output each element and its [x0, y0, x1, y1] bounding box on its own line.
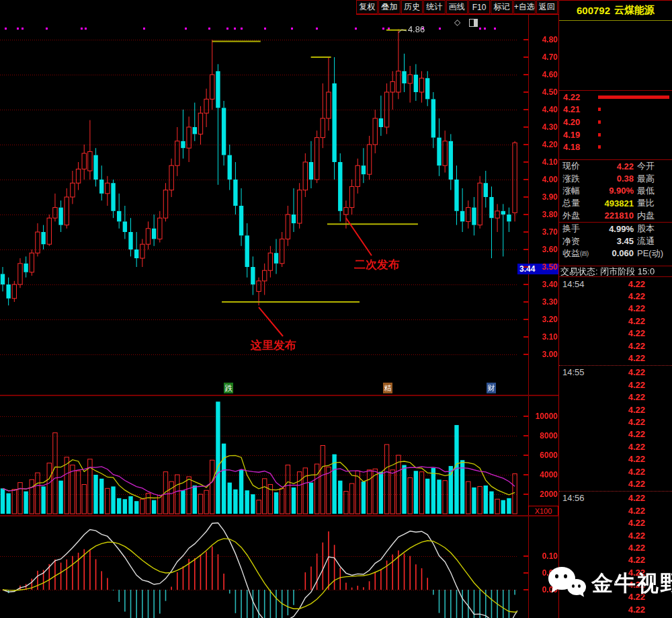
toolbar-button-统计[interactable]: 统计 [423, 0, 445, 14]
axis-label: 4.40 [528, 106, 558, 114]
divider-badge-精[interactable]: 精 [383, 383, 392, 393]
quote-label2: 今开 [634, 160, 672, 172]
stock-name: 云煤能源 [614, 4, 655, 17]
axis-tick [523, 284, 528, 285]
level-price: 4.21 [559, 104, 591, 114]
axis-tick [523, 196, 528, 198]
tick-price: 4.22 [601, 467, 672, 477]
level-price: 4.20 [559, 117, 591, 127]
tick-row: 4.22 [559, 465, 672, 477]
right-panel: 600792 云煤能源 4.224.214.204.194.18 现价4.22今… [558, 0, 672, 618]
stock-code: 600792 [577, 5, 610, 16]
watermark-text: 金牛视野 [591, 569, 672, 598]
pane-separator [0, 395, 558, 396]
tick-price: 4.22 [601, 341, 672, 351]
toolbar-button-标记[interactable]: 标记 [491, 0, 512, 14]
axis-label: 4.50 [528, 88, 558, 96]
divider-badge-财[interactable]: 财 [487, 383, 496, 393]
axis-tick [523, 39, 528, 40]
macd-chart-canvas[interactable] [0, 518, 517, 618]
axis-label: 4.60 [528, 71, 558, 79]
tick-row: 4.22 [559, 541, 672, 553]
tick-row: 4.22 [559, 290, 672, 302]
tick-price: 4.22 [601, 279, 672, 289]
axis-tick [523, 179, 528, 180]
axis-label: 3.30 [528, 298, 558, 306]
axis-label: 3.40 [528, 280, 558, 288]
tick-price: 4.22 [601, 367, 672, 377]
tick-row: 4.22 [559, 416, 672, 428]
tick-row: 4.22 [559, 379, 672, 391]
axis-label: 3.90 [528, 193, 558, 201]
tick-time: 14:56 [559, 493, 601, 503]
diamond-icon[interactable]: ◇ [454, 17, 460, 27]
level-row: 4.22 [559, 91, 672, 104]
volume-chart-canvas[interactable] [0, 397, 517, 516]
toolbar-button-F10[interactable]: F10 [468, 0, 490, 14]
wechat-icon [548, 567, 587, 601]
quote-row: 净资3.45流通 [559, 235, 672, 247]
axis-label: 3.70 [528, 228, 558, 236]
app: 复权叠加历史统计画线F10标记+自选返回 ◇ 3.44 X100 4.86 二次… [0, 0, 672, 618]
tick-price: 4.22 [601, 555, 672, 565]
quote-levels: 4.224.214.204.194.18 [559, 90, 672, 160]
quote-label2: PE(动) [634, 247, 672, 260]
tick-row: 4.22 [559, 616, 672, 618]
axis-tick [523, 555, 528, 557]
quote-row: 换手4.99%股本 [559, 223, 672, 235]
toolbar-button-返回[interactable]: 返回 [536, 0, 558, 14]
tick-row: 4.22 [559, 453, 672, 465]
level-volume-bar [598, 145, 601, 149]
watermark: 金牛视野 [548, 567, 672, 601]
tick-time: 14:55 [559, 367, 601, 377]
level-volume-bar [598, 95, 669, 99]
tick-price: 4.22 [601, 291, 672, 301]
tick-price: 4.22 [601, 493, 672, 503]
level-price: 4.19 [559, 130, 591, 140]
divider-badge-跌[interactable]: 跌 [224, 383, 233, 393]
axis-tick [523, 56, 528, 58]
level-price: 4.18 [559, 142, 591, 152]
quote-label: 外盘 [559, 210, 597, 222]
tick-row: 4.22 [559, 303, 672, 315]
axis-tick [523, 474, 528, 475]
volume-unit-label: X100 [528, 506, 558, 516]
tick-row: 4.22 [559, 504, 672, 516]
quote-label2: 量比 [634, 197, 672, 209]
axis-tick [523, 231, 528, 233]
tick-price: 4.22 [601, 442, 672, 452]
window-split-icon[interactable] [469, 19, 478, 27]
axis-tick [523, 91, 528, 93]
quote-label: 换手 [559, 223, 597, 235]
tick-price: 4.22 [601, 328, 672, 338]
quote-value: 3.45 [597, 236, 634, 246]
trade-status: 交易状态: 闭市阶段 15:0 [559, 266, 672, 277]
axis-tick [523, 572, 528, 574]
tick-row: 14:554.22 [559, 366, 672, 379]
axis-label: 4000 [528, 471, 558, 479]
peak-price-label: 4.86 [408, 24, 425, 34]
quote-label: 涨跌 [559, 173, 597, 185]
axis-label: 3.20 [528, 315, 558, 323]
tick-row: 4.22 [559, 315, 672, 327]
tick-price: 4.22 [601, 479, 672, 489]
axis-tick [523, 144, 528, 145]
tick-row: 14:544.22 [559, 278, 672, 290]
axis-label: 3.80 [528, 210, 558, 219]
tick-row: 4.22 [559, 352, 672, 364]
toolbar-button-画线[interactable]: 画线 [446, 0, 468, 14]
axis-label: 4.00 [528, 176, 558, 184]
quote-grid: 现价4.22今开涨跌0.38最高涨幅9.90%最低总量493821量比外盘221… [559, 159, 672, 260]
axis-tick [523, 249, 528, 250]
tick-price: 4.22 [601, 454, 672, 464]
axis-tick [523, 126, 528, 128]
axis-label: 3.50 [528, 263, 558, 271]
quote-value: 221810 [597, 210, 634, 221]
tick-row: 4.22 [559, 340, 672, 352]
toolbar-button-+自选[interactable]: +自选 [513, 0, 536, 14]
toolbar-button-历史[interactable]: 历史 [401, 0, 423, 14]
toolbar-button-叠加[interactable]: 叠加 [378, 0, 400, 14]
toolbar-button-复权[interactable]: 复权 [356, 0, 378, 14]
tick-price: 4.22 [601, 303, 672, 313]
quote-label: 净资 [559, 235, 597, 247]
